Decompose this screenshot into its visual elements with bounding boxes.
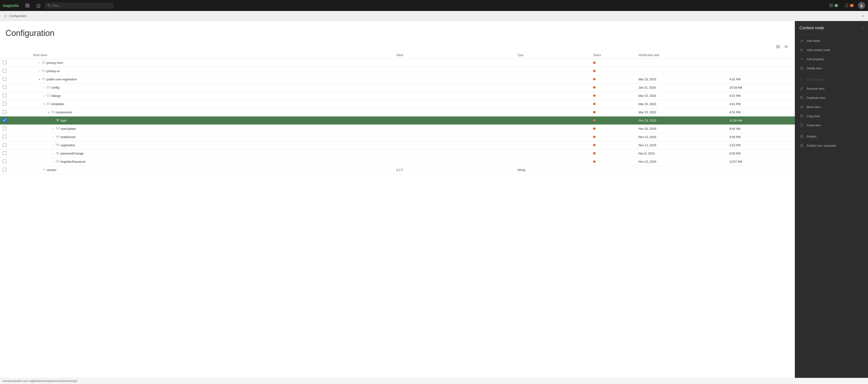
row-checkbox[interactable] [3,94,6,97]
table-row[interactable]: › passwordChangeNov 9, 20152:00 PM [0,149,795,158]
row-checkbox[interactable] [3,69,6,72]
expand-button[interactable]: › [37,69,41,73]
mod-date-cell: Nov 18, 2015 [636,117,727,125]
col-header-value: Value [394,52,515,59]
svg-point-26 [58,119,59,120]
panel-action-paste-item[interactable]: Paste item [795,121,868,130]
row-checkbox[interactable] [3,118,6,122]
svg-point-31 [58,127,59,128]
view-list-icon[interactable] [783,43,789,50]
search-bar[interactable]: Find... [45,2,114,9]
value-cell: 2.7.7 [394,166,515,174]
expand-button[interactable]: ▾ [37,78,41,81]
expand-button[interactable]: ▾ [42,102,46,106]
panel-action-edit-property: Edit property [795,75,868,84]
table-row[interactable]: › enableUserNov 12, 20153:56 PM [0,133,795,141]
folder-icon [46,102,50,106]
folder-icon [46,86,50,89]
row-checkbox[interactable] [3,168,6,171]
node-name-text: privacy-form [46,61,63,64]
panel-action-publish-incl-subnodes[interactable]: Publish incl. subnodes [795,141,868,150]
expand-button[interactable]: ▾ [46,111,50,114]
table-row[interactable]: ▾ componentsMar 23, 20234:31 PM [0,108,795,117]
panel-action-add-folder[interactable]: Add folder [795,36,868,45]
panel-action-add-content-node[interactable]: Add content node [795,45,868,55]
node-name-text: enableUser [60,135,76,139]
status-cell [590,92,636,100]
panel-action-duplicate-item[interactable]: Duplicate item [795,93,868,102]
expand-button[interactable]: › [42,94,46,98]
svg-point-60 [801,50,802,51]
row-checkbox[interactable] [3,102,6,106]
row-checkbox[interactable] [3,77,6,81]
svg-rect-71 [801,115,803,117]
expand-button[interactable]: › [51,152,55,155]
status-dot [593,144,595,146]
node-name-text: version [46,168,56,172]
table-row[interactable]: › registrationNov 11, 20151:53 PM [0,141,795,149]
table-row[interactable]: › privacy-form [0,59,795,67]
expand-button[interactable]: › [37,61,41,65]
row-checkbox[interactable] [3,135,6,139]
publish-sub-icon [799,143,804,148]
table-row[interactable]: › configJan 21, 201610:33 AM [0,84,795,92]
panel-expand-button[interactable]: › [862,26,863,30]
svg-rect-3 [28,4,29,5]
svg-point-37 [57,137,58,138]
svg-point-63 [801,59,802,60]
table-row[interactable]: ▾ public-user-registrationMar 23, 20234:… [0,75,795,84]
panel-action-move-item[interactable]: Move item [795,102,868,112]
svg-point-47 [57,153,58,154]
row-checkbox[interactable] [3,110,6,114]
content-area: Configuration Node name Value [0,21,795,378]
svg-line-39 [58,137,59,137]
node-name-text: config [51,86,59,89]
expand-button[interactable]: › [51,160,55,164]
favorites-icon[interactable] [34,1,43,10]
notifications-button[interactable]: 0 [842,2,856,9]
panel-action-label-copy-item: Copy item [807,114,820,118]
expand-button[interactable]: › [51,135,55,139]
tasks-button[interactable]: 0 [827,2,841,9]
view-columns-icon[interactable] [775,43,781,50]
row-checkbox[interactable] [3,126,6,130]
svg-point-36 [58,136,59,137]
svg-point-30 [57,127,57,128]
close-button[interactable]: × [862,14,864,18]
user-avatar[interactable] [858,2,865,9]
duplicate-icon [799,95,804,100]
svg-rect-72 [800,124,803,126]
expand-button[interactable]: › [51,119,55,122]
panel-action-add-property[interactable]: Add property [795,55,868,64]
table-row[interactable]: › dialogsMar 23, 20234:31 PM [0,92,795,100]
row-checkbox[interactable] [3,159,6,163]
row-checkbox[interactable] [3,61,6,64]
status-cell [590,67,636,75]
expand-button[interactable]: › [42,86,46,89]
panel-action-label-delete-item: Delete item [807,67,822,70]
table-row[interactable]: › forgottenPasswordNov 12, 201512:57 PM [0,158,795,166]
table-row[interactable]: › userUpdateNov 10, 20158:42 AM [0,125,795,133]
mod-date-cell: Nov 10, 2015 [636,125,727,133]
svg-rect-67 [800,67,803,69]
expand-button[interactable]: › [51,127,55,131]
panel-action-delete-item[interactable]: Delete item [795,64,868,73]
table-row[interactable]: version2.7.7String [0,166,795,174]
mod-date-cell: Nov 9, 2015 [636,149,727,158]
node-name-text: registration [60,144,75,147]
apps-icon[interactable] [23,1,32,10]
panel-action-rename-item[interactable]: Rename item [795,84,868,93]
svg-line-28 [57,120,58,121]
row-checkbox[interactable] [3,151,6,155]
panel-action-publish[interactable]: Publish [795,132,868,141]
svg-point-46 [58,152,59,153]
row-checkbox[interactable] [3,85,6,89]
table-row[interactable]: › loginNov 18, 201511:36 AM [0,117,795,125]
panel-action-copy-item[interactable]: Copy item [795,112,868,121]
row-checkbox[interactable] [3,143,6,147]
table-row[interactable]: › privacy-ui [0,67,795,75]
magnolia-logo[interactable]: magnolia [3,2,21,9]
table-row[interactable]: ▾ templatesMar 23, 20234:31 PM [0,100,795,108]
delete-icon [799,66,804,70]
expand-button[interactable]: › [51,144,55,147]
